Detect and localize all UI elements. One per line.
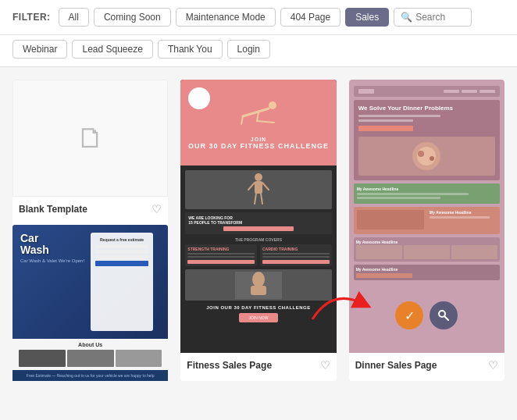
fitness-join-text: JOIN OUR 30 DAY FITNESS CHALLENGE [188,137,329,150]
filter-btn-webinar[interactable]: Webinar [12,40,67,59]
svg-point-0 [269,101,276,109]
filter-btn-sales[interactable]: Sales [345,8,389,27]
filter-bar: FILTER: All Coming Soon Maintenance Mode… [0,0,517,35]
dinner-heart-icon[interactable]: ♡ [488,359,498,372]
car-wash-input-1 [95,244,148,248]
fitness-card-label: Fitness Sales Page ♡ [180,353,336,375]
fitness-cols: STRENGTH TRAINING CARDIO TRAINING [185,244,331,266]
svg-line-10 [261,194,262,204]
car-wash-form-title: Request a free estimate [95,237,148,242]
preview-icon [437,309,450,322]
filter-btn-404[interactable]: 404 Page [280,8,341,27]
car-wash-about-title: About Us [19,342,162,347]
fitness-col-1-line2 [187,256,255,258]
dinner-green-title: My Awesome Headline [357,187,497,191]
dinner-green-section: My Awesome Headline [354,183,500,204]
dinner-salmon-row: My Awesome Headline [357,210,497,230]
filter-btn-login[interactable]: Login [227,40,270,59]
filter-btn-thank-you[interactable]: Thank You [158,40,223,59]
blank-heart-icon[interactable]: ♡ [152,203,162,215]
fitness-body-img [185,269,331,301]
car-wash-footer-text: Free Estimate — Reaching out to us for y… [19,373,162,378]
card-fitness: JOIN OUR 30 DAY FITNESS CHALLENGE [180,80,336,381]
dinner-green-line1 [357,193,469,195]
dinner-green-line2 [357,197,441,199]
car-wash-img-3 [116,350,162,367]
fitness-bottom-text: JOIN OUR 30 DAY FITNESS CHALLENGE [185,305,331,310]
fitness-person-img [185,170,331,209]
dinner-footer-title: My Awesome Headline [356,240,497,244]
filter-row-2: Webinar Lead Squeeze Thank You Login [0,35,517,67]
dinner-cta [358,126,413,131]
dinner-nav-2 [462,90,477,93]
fitness-col-2-btn [262,260,330,264]
fitness-card-title: Fitness Sales Page [187,360,272,371]
car-wash-sub: Car Wash & Valet We're Open! [20,258,84,263]
dinner-hero: We Solve Your Dinner Problems [354,100,500,180]
car-wash-title: CarWash [20,233,84,257]
fitness-person-icon [235,99,282,130]
overlay-actions: ✓ [395,301,458,329]
car-wash-form: Request a free estimate [91,233,153,331]
search-icon: 🔍 [401,12,412,23]
doc-icon: 🗋 [77,122,105,155]
fitness-heart-icon[interactable]: ♡ [320,359,330,372]
car-wash-submit [95,261,148,266]
filter-btn-all[interactable]: All [59,8,89,27]
filter-btn-lead-squeeze[interactable]: Lead Squeeze [72,40,152,59]
dinner-salmon-title: My Awesome Headline [430,210,497,215]
search-box: 🔍 [394,8,472,27]
fitness-person-2 [247,173,270,208]
fitness-col-2-line1 [262,253,330,254]
svg-point-12 [252,272,265,287]
dinner-salmon-section: My Awesome Headline [354,207,500,234]
dinner-last-btn [356,273,413,278]
blank-card-title: Blank Template [19,204,87,215]
dinner-food-img [358,137,495,176]
svg-point-17 [418,151,424,157]
svg-line-20 [444,316,448,320]
svg-line-7 [248,183,255,190]
dinner-header [354,86,500,97]
dinner-hero-sub-1 [358,115,440,117]
fitness-body-svg [235,272,282,299]
fitness-col-2-line2 [262,256,330,258]
svg-line-2 [241,116,243,124]
svg-rect-13 [251,286,266,295]
fitness-col-1-btn [187,260,255,264]
filter-btn-maintenance[interactable]: Maintenance Mode [176,8,276,27]
fitness-challenge-title: OUR 30 DAY FITNESS CHALLENGE [188,142,329,150]
car-wash-footer: Free Estimate — Reaching out to us for y… [12,370,168,381]
fitness-looking-text: WE ARE LOOKING FOR15 PEOPLE TO TRANSFORM [188,215,328,225]
dinner-footer: My Awesome Headline [354,237,500,262]
card-blank: 🗋 Blank Template ♡ CarWash Car Wash & Va… [12,80,168,381]
fitness-col-1: STRENGTH TRAINING [185,244,257,266]
car-wash-about: About Us [12,339,168,370]
svg-line-3 [257,112,258,121]
filter-btn-coming-soon[interactable]: Coming Soon [94,8,171,27]
dinner-salmon-line1 [430,216,490,219]
svg-point-5 [255,173,262,181]
dinner-card-label: Dinner Sales Page ♡ [349,353,505,375]
fitness-col-2: CARDIO TRAINING [260,244,332,266]
fitness-bottom-btn: JOIN NOW [239,313,278,322]
dinner-hero-title: We Solve Your Dinner Problems [358,105,495,112]
search-input[interactable] [415,12,462,23]
dinner-footer-imgs [356,245,497,259]
car-wash-text: CarWash Car Wash & Valet We're Open! [20,233,84,331]
car-wash-thumb: CarWash Car Wash & Valet We're Open! Req… [12,225,168,381]
dinner-hero-sub-2 [358,119,413,122]
dinner-food-svg [395,137,458,176]
filter-label: FILTER: [12,12,51,23]
select-button[interactable]: ✓ [395,301,423,329]
car-wash-img-2 [67,350,114,367]
svg-point-18 [430,156,434,161]
dinner-footer-img-3 [451,245,497,259]
dinner-salmon-text: My Awesome Headline [426,210,497,230]
car-wash-input-3 [95,255,148,259]
svg-line-8 [262,183,269,190]
dinner-last-section: My Awesome Headline [354,265,500,280]
dinner-footer-img-2 [404,245,450,259]
preview-button[interactable] [430,301,458,329]
fitness-col-1-title: STRENGTH TRAINING [187,247,255,251]
